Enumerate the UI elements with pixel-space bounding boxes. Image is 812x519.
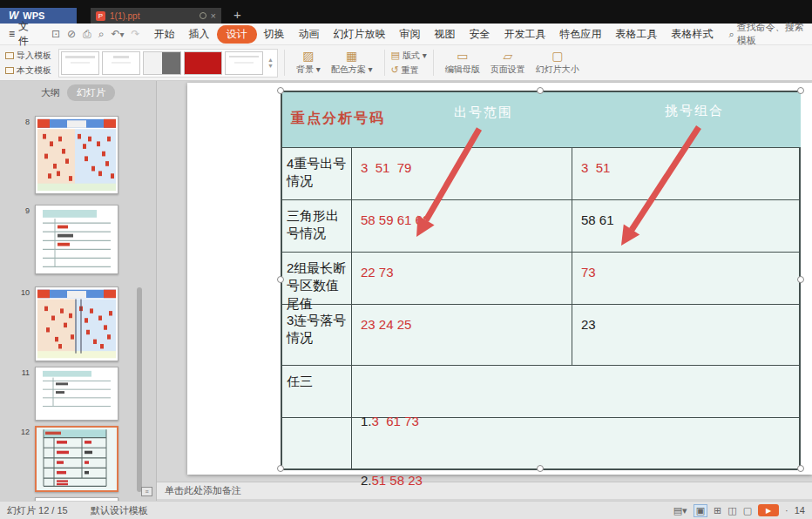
overlay-label-range[interactable]: 出号范围 [454,104,513,121]
slide-size-button[interactable]: ▢ 幻灯片大小 [531,50,585,76]
reset-button[interactable]: ↺ 重置 [391,64,427,77]
slide-thumbnail-13[interactable]: 13 [19,497,118,501]
row-label-triangle[interactable]: 三角形出号情况 [282,200,352,253]
row-label-rensan[interactable]: 任三 [282,366,352,418]
import-template-button[interactable]: 导入模板 [5,50,51,62]
lightbulb-icon[interactable] [200,12,206,19]
chart-thumb-graphic [36,287,118,361]
title-bar: W WPS P 1(1).ppt × + [0,0,812,24]
gallery-scroll-arrows[interactable]: ▲▼ [266,57,275,69]
cell-combo-consecutive[interactable]: 23 [572,305,801,366]
tab-security[interactable]: 安全 [463,25,497,44]
layout-button[interactable]: ▤ 版式 ▾ [391,50,427,62]
row-label-quad[interactable]: 4重号出号情况 [282,148,352,200]
selection-handle-ne[interactable] [797,87,804,94]
normal-view-icon[interactable]: ▣ [694,504,707,517]
tab-devtools[interactable]: 开发工具 [497,25,553,44]
cell-range-gap[interactable]: 22 73 [352,253,572,305]
empty-row-cell[interactable] [352,418,801,468]
tab-close-icon[interactable]: × [211,10,216,21]
page-setup-button[interactable]: ▱ 页面设置 [485,50,531,76]
selection-handle-nw[interactable] [277,87,284,94]
selection-handle-se[interactable] [797,465,804,472]
background-button[interactable]: ▨ 背景 ▾ [291,50,326,76]
table-title: 重点分析号码 [291,110,385,128]
cloud-icon[interactable]: ▢ [743,505,752,516]
outline-tab[interactable]: 大纲 [41,86,60,99]
theme-gallery: ▲▼ [58,49,278,78]
output-icon[interactable]: ⊘ [67,28,76,40]
zoom-out-icon[interactable]: · [785,505,788,516]
table-thumb-graphic [36,498,118,501]
overlay-label-combo[interactable]: 挑号组合 [665,103,724,119]
doc-template-button[interactable]: 本文模板 [5,64,51,77]
tab-special-apps[interactable]: 特色应用 [553,25,609,44]
status-bar: 幻灯片 12 / 15 默认设计模板 ▤▾ ▣ ⊞ ◫ ▢ ▶ · 14 [0,501,812,519]
theme-thumbnail-selected[interactable] [184,51,222,75]
new-tab-button[interactable]: + [233,8,241,24]
print-icon[interactable]: ⎙ [83,28,91,40]
save-icon[interactable]: ⊡ [51,28,60,40]
zoom-value: 14 [795,505,805,516]
edit-master-button[interactable]: ▭ 编辑母版 [440,50,485,76]
search-icon: ⌕ [729,29,734,40]
selection-handle-s[interactable] [537,465,544,472]
undo-icon[interactable]: ↶▾ [111,28,124,40]
cell-range-quad[interactable]: 3 51 79 [352,148,572,200]
slide-counter: 幻灯片 12 / 15 [7,504,68,517]
selection-handle-n[interactable] [537,87,544,94]
cell-combo-quad[interactable]: 3 51 [572,148,801,200]
color-scheme-button[interactable]: ▦ 配色方案 ▾ [326,50,378,76]
redo-icon[interactable]: ↷ [131,28,139,40]
slides-tab[interactable]: 幻灯片 [67,84,115,101]
analysis-table[interactable]: 重点分析号码 4重号出号情况 3 51 79 3 51 三角形出号情况 58 5… [281,91,801,470]
document-tab[interactable]: P 1(1).ppt × [91,8,221,24]
ppt-file-icon: P [96,11,105,21]
tab-animations[interactable]: 动画 [292,25,327,44]
panel-toggle-icon[interactable]: ≡ [141,487,152,496]
slide-thumbnail-9[interactable]: 9 [19,205,118,274]
document-tab-title: 1(1).ppt [110,11,195,21]
reset-icon: ↺ [391,64,399,76]
command-search[interactable]: ⌕ 查找命令、搜索模板 [729,21,812,47]
tab-table-styles[interactable]: 表格样式 [665,25,721,44]
page-setup-icon: ▱ [503,50,512,63]
tab-view[interactable]: 视图 [428,25,463,44]
tab-table-tools[interactable]: 表格工具 [609,25,665,44]
cell-range-triangle[interactable]: 58 59 61 62 [352,200,572,253]
row-label-gap[interactable]: 2组最长断号区数值尾值 [282,253,352,305]
selection-handle-w[interactable] [277,276,284,283]
selection-handle-sw[interactable] [277,465,284,472]
background-icon: ▨ [302,50,314,63]
preview-icon[interactable]: ⌕ [98,28,105,40]
slide-thumbnail-12-selected[interactable]: 12 [19,426,118,492]
sidebar-scrollbar[interactable] [137,287,142,492]
tab-design[interactable]: 设计 [217,25,257,44]
theme-thumbnail[interactable] [61,51,99,75]
theme-thumbnail[interactable] [143,51,181,75]
slide-thumbnail-8[interactable]: 8 [19,116,118,194]
empty-row-label[interactable] [282,418,352,468]
row-label-consecutive[interactable]: 3连号落号情况 [282,305,352,366]
cell-range-consecutive[interactable]: 23 24 25 [352,305,572,366]
reading-view-icon[interactable]: ◫ [727,505,736,516]
tab-transitions[interactable]: 切换 [257,25,292,44]
tab-insert[interactable]: 插入 [182,25,217,44]
theme-thumbnail[interactable] [102,51,140,75]
theme-thumbnail[interactable] [225,51,263,75]
cell-combo-gap[interactable]: 73 [572,253,801,305]
tab-review[interactable]: 审阅 [393,25,428,44]
table-header-cell[interactable]: 重点分析号码 [282,92,801,148]
tab-home[interactable]: 开始 [147,25,182,44]
slide-thumbnail-10[interactable]: 10 [19,286,118,361]
cell-rensan[interactable]: 1.3 61 73 2.51 58 23 [352,366,801,418]
file-menu-button[interactable]: ≡ 文件 [0,19,44,49]
notes-toggle-icon[interactable]: ▤▾ [673,505,687,516]
slideshow-play-button[interactable]: ▶ [758,504,779,516]
slide-thumbnail-11[interactable]: 11 [19,367,118,421]
color-scheme-icon: ▦ [346,50,357,63]
slide-sorter-icon[interactable]: ⊞ [714,505,721,516]
selection-handle-e[interactable] [797,276,804,283]
cell-combo-triangle[interactable]: 58 61 [572,200,801,253]
tab-slideshow[interactable]: 幻灯片放映 [327,25,393,44]
